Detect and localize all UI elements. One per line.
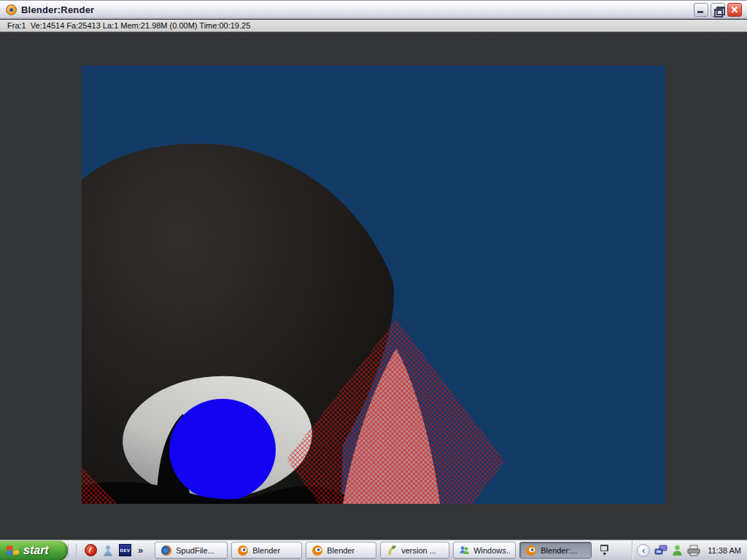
- taskbar-toolbar-chevron[interactable]: ▾: [600, 545, 608, 556]
- start-button[interactable]: start: [0, 540, 68, 560]
- system-tray: ‹ 11:38 AM: [632, 540, 747, 560]
- windows-flag-icon: [6, 544, 20, 556]
- rendered-image: [82, 66, 665, 504]
- version-app-icon: [386, 545, 398, 556]
- taskbar-button-blender-1[interactable]: Blender: [231, 542, 302, 559]
- network-icon[interactable]: [654, 545, 667, 556]
- window-controls: [694, 3, 743, 17]
- window-title: Blender:Render: [21, 4, 94, 15]
- quick-launch-handle[interactable]: [76, 544, 78, 557]
- restore-button[interactable]: [711, 3, 725, 17]
- dev-cpp-icon[interactable]: DEV: [119, 544, 131, 556]
- firefox-icon: [160, 545, 172, 556]
- blender-icon: [525, 545, 537, 556]
- render-viewport: [0, 33, 747, 540]
- desktop-screen: Blender:Render Fra:1 Ve:14514 Fa:25413 L…: [0, 0, 747, 560]
- taskbar-button-label: Blender: [252, 546, 280, 555]
- taskbar-button-label: Windows...: [473, 546, 510, 555]
- blender-render-window-icon: [6, 4, 17, 15]
- aim-icon[interactable]: [85, 544, 97, 556]
- render-eye-pupil: [169, 399, 276, 501]
- start-button-label: start: [23, 544, 49, 557]
- window-titlebar[interactable]: Blender:Render: [0, 0, 747, 19]
- collapse-chevron-icon[interactable]: ‹: [637, 544, 650, 557]
- messenger-people-icon: [459, 545, 470, 556]
- task-buttons: SpudFile... Blender Blender: [150, 542, 592, 559]
- quick-launch-overflow-chevron[interactable]: »: [136, 545, 144, 556]
- taskbar-button-label: version ...: [401, 546, 436, 555]
- messenger-person-icon[interactable]: [672, 545, 683, 556]
- taskbar-button-label: Blender:...: [541, 546, 577, 555]
- window-stack-icon: [600, 545, 608, 551]
- printer-icon[interactable]: [687, 545, 700, 556]
- taskbar: start DEV » SpudFile...: [0, 540, 747, 560]
- taskbar-button-blender-render-active[interactable]: Blender:...: [519, 542, 592, 559]
- blender-icon: [311, 545, 323, 556]
- taskbar-button-windows-messenger[interactable]: Windows...: [453, 542, 516, 559]
- taskbar-button-label: Blender: [327, 546, 355, 555]
- render-stats-text: Fra:1 Ve:14514 Fa:25413 La:1 Mem:21.98M …: [7, 21, 250, 30]
- taskbar-clock[interactable]: 11:38 AM: [705, 546, 741, 555]
- taskbar-button-label: SpudFile...: [176, 546, 214, 555]
- blender-icon: [237, 545, 249, 556]
- taskbar-button-version[interactable]: version ...: [380, 542, 449, 559]
- minimize-button[interactable]: [694, 3, 708, 17]
- quick-launch: DEV »: [68, 544, 150, 557]
- close-button[interactable]: [727, 3, 742, 17]
- blue-figure-icon[interactable]: [102, 545, 114, 556]
- chevron-down-icon: ▾: [603, 551, 606, 556]
- render-stats-bar: Fra:1 Ve:14514 Fa:25413 La:1 Mem:21.98M …: [0, 20, 747, 32]
- taskbar-button-spudfile[interactable]: SpudFile...: [155, 542, 228, 559]
- taskbar-button-blender-2[interactable]: Blender: [306, 542, 376, 559]
